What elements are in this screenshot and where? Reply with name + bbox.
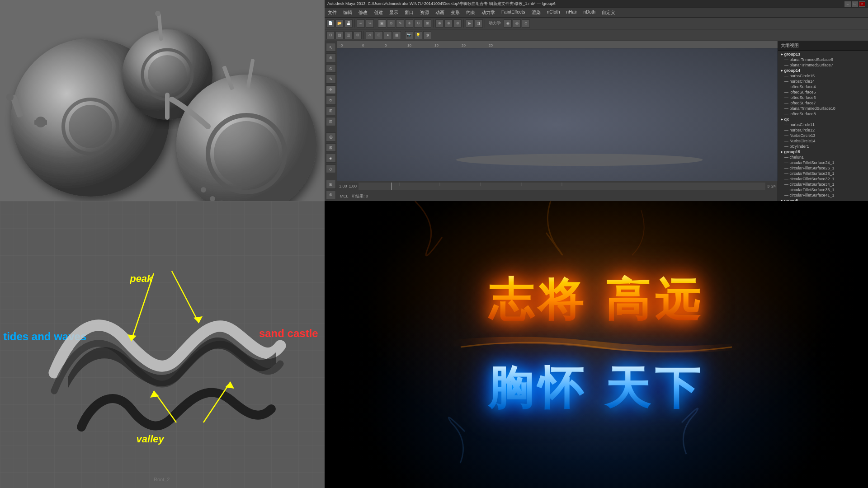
tb-render[interactable]: ▶ xyxy=(466,19,474,28)
outliner-cfs28[interactable]: — circularFilletSurface28_1 xyxy=(779,171,867,176)
outliner-cfs26[interactable]: — circularFilletSurface26_1 xyxy=(779,165,867,171)
menu-file[interactable]: 文件 xyxy=(326,9,338,16)
tb-rotate[interactable]: ↻ xyxy=(414,19,422,28)
menu-ndoth[interactable]: nDoth xyxy=(582,9,597,16)
panel-maya: Autodesk Maya 2013: C:\Users\Administrat… xyxy=(325,0,868,201)
menu-edit[interactable]: 编辑 xyxy=(342,9,354,16)
tb-view1[interactable]: ⊡ xyxy=(326,31,335,39)
outliner-cfs41[interactable]: — circularFilletSurface41_1 xyxy=(779,192,867,198)
outliner-nurbs13[interactable]: — NurbsCircle13 xyxy=(779,133,867,138)
outliner-nurbs12[interactable]: — nurbsCircle12 xyxy=(779,127,867,133)
tb-paint[interactable]: ✎ xyxy=(396,19,404,28)
tool-special[interactable]: ◈ xyxy=(326,154,336,162)
tb-undo[interactable]: ↩ xyxy=(357,19,365,28)
menu-assets[interactable]: 资源 xyxy=(419,9,430,16)
tool-camera[interactable]: ◎ xyxy=(326,132,336,141)
outliner-chelun1[interactable]: — chelun1 xyxy=(779,155,867,160)
menu-render[interactable]: 渲染 xyxy=(530,9,542,16)
tb-snap[interactable]: ⊕ xyxy=(435,19,443,28)
tb-scale[interactable]: ⊞ xyxy=(423,19,431,28)
minimize-button[interactable]: – xyxy=(844,1,851,7)
outliner-lofted6[interactable]: — loftedSurface6 xyxy=(779,95,867,100)
tb-save[interactable]: 💾 xyxy=(344,19,353,28)
outliner-cfs24[interactable]: — circularFilletSurface24_1 xyxy=(779,160,867,165)
outliner-cfs34[interactable]: — circularFilletSurface34_1 xyxy=(779,182,867,187)
outliner-pcylinder[interactable]: — pCylinder1 xyxy=(779,144,867,149)
outliner-cfs32[interactable]: — circularFilletSurface32_1 xyxy=(779,176,867,182)
tb-select[interactable]: ▣ xyxy=(378,19,386,28)
menu-create[interactable]: 创建 xyxy=(373,9,384,16)
tb-frame[interactable]: ▱ xyxy=(366,31,374,39)
tool-lasso[interactable]: ⊙ xyxy=(326,64,336,73)
tb-smooth[interactable]: ● xyxy=(384,31,392,39)
tb-view3[interactable]: ◫ xyxy=(344,31,353,39)
outliner-planar10[interactable]: — planarTrimmedSurface10 xyxy=(779,106,867,111)
tool-grid[interactable]: ⊞ xyxy=(326,180,336,188)
close-button[interactable]: × xyxy=(859,1,865,7)
menu-modify[interactable]: 修改 xyxy=(357,9,369,16)
tb-move[interactable]: ✛ xyxy=(405,19,413,28)
tool-paint[interactable]: ✎ xyxy=(326,75,336,83)
timeline-ruler[interactable] xyxy=(359,183,765,190)
menu-display[interactable]: 显示 xyxy=(388,9,400,16)
outliner-group6[interactable]: ▸ group6 xyxy=(779,198,867,201)
tb-wire[interactable]: ⊞ xyxy=(375,31,383,39)
tool-scale[interactable]: ⊞ xyxy=(326,107,336,115)
tool-move[interactable]: ✛ xyxy=(326,85,336,94)
tb-cam[interactable]: 📷 xyxy=(405,31,413,39)
tb-d1[interactable]: ◉ xyxy=(504,19,512,28)
tool-manip[interactable]: ⊟ xyxy=(326,117,336,126)
ice-text-bottom: 胸怀 天下 xyxy=(488,358,704,419)
tool-select[interactable]: ↖ xyxy=(326,43,336,52)
menu-deform[interactable]: 变形 xyxy=(449,9,461,16)
tool-rotate[interactable]: ↻ xyxy=(326,96,336,104)
outliner-nurbs11[interactable]: — nurbsCircle11 xyxy=(779,122,867,127)
outliner-planar7[interactable]: — planarTrimmedSurface7 xyxy=(779,62,867,68)
tb-light[interactable]: 💡 xyxy=(414,31,422,39)
tb-shading[interactable]: ◑ xyxy=(423,31,431,39)
tb-d2[interactable]: ◎ xyxy=(513,19,521,28)
outliner-lofted4[interactable]: — loftedSurface4 xyxy=(779,84,867,89)
menu-animate[interactable]: 动画 xyxy=(434,9,446,16)
menu-constraint[interactable]: 约束 xyxy=(465,9,476,16)
outliner-group15[interactable]: ▸ group15 xyxy=(779,149,867,155)
tool-camera2[interactable]: ⊠ xyxy=(326,143,336,152)
maya-status-bar: MEL // 结果: 0 xyxy=(337,191,778,201)
tb-redo[interactable]: ↪ xyxy=(366,19,374,28)
tool-extra[interactable]: ◇ xyxy=(326,164,336,173)
tb-view4[interactable]: ⊞ xyxy=(354,31,362,39)
menu-window[interactable]: 窗口 xyxy=(403,9,415,16)
menu-paintfx[interactable]: FaintEffects xyxy=(500,9,527,16)
svg-point-19 xyxy=(214,121,279,186)
tb-open[interactable]: 📂 xyxy=(335,19,344,28)
outliner-nurbs14[interactable]: — nurbsCircle14 xyxy=(779,79,867,84)
outliner-cfs36[interactable]: — circularFilletSurface36_1 xyxy=(779,187,867,192)
outliner-lofted7[interactable]: — loftedSurface7 xyxy=(779,100,867,106)
tool-snap[interactable]: ⊕ xyxy=(326,191,336,199)
tool-select2[interactable]: ⊕ xyxy=(326,53,336,62)
outliner-group14[interactable]: ▸ group14 xyxy=(779,68,867,73)
tb-view2[interactable]: ▨ xyxy=(335,31,344,39)
outliner-lofted8[interactable]: — loftedSurface8 xyxy=(779,111,867,117)
outliner-nurbs14b[interactable]: — NurbsCircle14 xyxy=(779,138,867,144)
tb-d3[interactable]: ⊙ xyxy=(522,19,530,28)
outliner-lofted5[interactable]: — loftedSurface5 xyxy=(779,89,867,95)
menu-ncloth[interactable]: nCloth xyxy=(546,9,561,16)
menu-custom[interactable]: 自定义 xyxy=(600,9,617,16)
menu-dynamics[interactable]: 动力学 xyxy=(480,9,496,16)
outliner-group-group13[interactable]: ▸ group13 xyxy=(779,52,867,57)
tb-snap3[interactable]: ⊘ xyxy=(453,19,462,28)
menu-nhair[interactable]: nHair xyxy=(565,9,579,16)
tb-lasso[interactable]: ⊙ xyxy=(387,19,395,28)
tb-renderwin[interactable]: ◨ xyxy=(475,19,483,28)
outliner-qx[interactable]: ▸ qx xyxy=(779,117,867,122)
maya-3d-viewport[interactable]: -5 0 5 10 15 20 25 xyxy=(337,41,778,201)
outliner-planar6[interactable]: — planarTrimmedSurface6 xyxy=(779,57,867,62)
maximize-button[interactable]: □ xyxy=(852,1,858,7)
svg-point-22 xyxy=(201,187,206,192)
tb-tex[interactable]: ▦ xyxy=(393,31,401,39)
tb-snap2[interactable]: ⊗ xyxy=(444,19,453,28)
tb-new[interactable]: 📄 xyxy=(326,19,335,28)
outliner-nurbs15[interactable]: — nurbsCircle15 xyxy=(779,73,867,79)
svg-text:25: 25 xyxy=(489,43,493,47)
